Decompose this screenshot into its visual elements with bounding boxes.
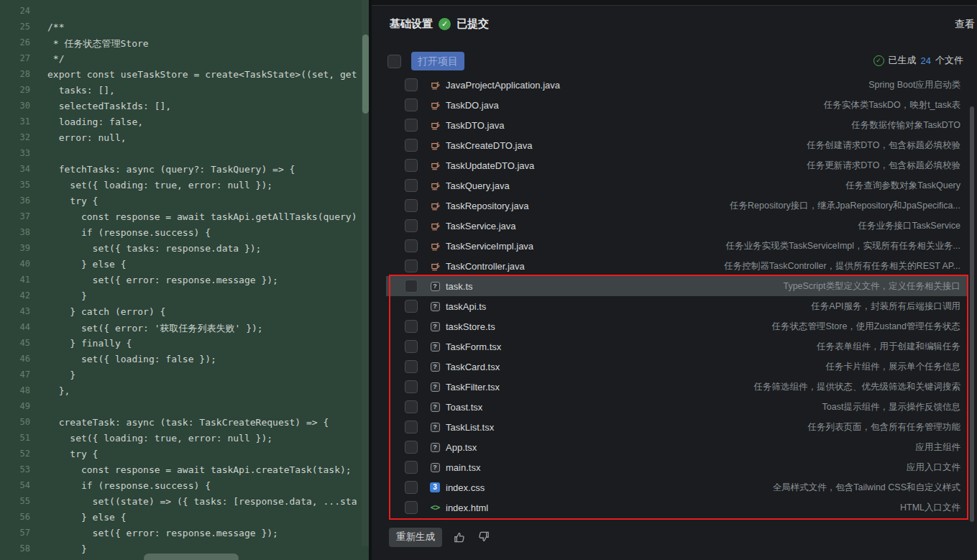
code-line: 30 selectedTaskIds: [], <box>0 101 371 116</box>
file-checkbox[interactable] <box>405 199 418 212</box>
file-row[interactable]: TaskRepository.java任务Repository接口，继承JpaR… <box>386 196 968 216</box>
code-text: } <box>47 369 75 385</box>
file-row[interactable]: JavaProjectApplication.javaSpring Boot应用… <box>386 75 968 95</box>
file-checkbox[interactable] <box>405 119 418 132</box>
java-file-icon <box>429 240 441 252</box>
file-checkbox[interactable] <box>405 501 418 514</box>
editor-horizontal-scrollbar-thumb[interactable] <box>144 554 239 560</box>
code-text: } <box>47 0 53 6</box>
file-row[interactable]: ?taskApi.ts任务API服务，封装所有后端接口调用 <box>386 296 968 316</box>
file-row[interactable]: TaskQuery.java任务查询参数对象TaskQuery <box>386 175 968 196</box>
code-line: 37 const response = await taskApi.getAll… <box>0 211 371 227</box>
file-row[interactable]: ?TaskList.tsx任务列表页面，包含所有任务管理功能 <box>386 417 968 437</box>
file-checkbox[interactable] <box>405 78 418 91</box>
file-checkbox[interactable] <box>405 340 418 353</box>
file-row[interactable]: 3index.css全局样式文件，包含Tailwind CSS和自定义样式 <box>386 477 968 497</box>
file-checkbox[interactable] <box>405 239 418 252</box>
code-line: 40 } else { <box>0 259 371 275</box>
file-checkbox[interactable] <box>405 300 418 313</box>
file-checkbox[interactable] <box>405 179 418 192</box>
code-text: const response = await taskApi.createTas… <box>47 464 352 480</box>
file-checkbox[interactable] <box>405 219 418 232</box>
java-file-icon <box>429 260 441 272</box>
line-number: 29 <box>0 85 30 101</box>
file-checkbox[interactable] <box>405 98 418 111</box>
file-row[interactable]: ?taskStore.ts任务状态管理Store，使用Zustand管理任务状态 <box>386 316 968 336</box>
file-name: TaskCreateDTO.java <box>446 140 532 151</box>
select-all-checkbox[interactable] <box>387 55 401 68</box>
code-line: 48 }, <box>0 385 371 401</box>
code-line: 47 } <box>0 369 371 385</box>
file-checkbox[interactable] <box>405 139 418 152</box>
line-number: 26 <box>0 37 30 53</box>
file-row[interactable]: TaskServiceImpl.java任务业务实现类TaskServiceIm… <box>386 236 968 256</box>
code-line: 54 if (response.success) { <box>0 480 371 496</box>
file-row[interactable]: TaskService.java任务业务接口TaskService <box>386 216 968 236</box>
code-line: 39 set({ tasks: response.data }); <box>0 243 371 259</box>
file-row[interactable]: ?Toast.tsxToast提示组件，显示操作反馈信息 <box>386 397 968 417</box>
unknown-file-icon: ? <box>429 462 441 473</box>
file-row[interactable]: <>index.htmlHTML入口文件 <box>386 497 968 518</box>
java-file-icon <box>429 200 441 211</box>
file-description: 任务筛选组件，提供状态、优先级筛选和关键词搜索 <box>754 381 968 393</box>
code-editor[interactable]: 23}2425/**26 * 任务状态管理Store27 */28export … <box>0 0 371 560</box>
code-line: 24 <box>0 6 371 22</box>
panel-vertical-scrollbar-thumb[interactable] <box>970 106 974 522</box>
thumbs-down-icon[interactable] <box>477 530 491 544</box>
file-checkbox[interactable] <box>405 481 418 494</box>
file-description: 任务Repository接口，继承JpaRepository和JpaSpecif… <box>730 200 968 212</box>
file-row[interactable]: ?TaskForm.tsx任务表单组件，用于创建和编辑任务 <box>386 336 968 357</box>
editor-vertical-scrollbar-thumb[interactable] <box>362 35 369 114</box>
view-link[interactable]: 查看 <box>955 18 975 31</box>
file-checkbox[interactable] <box>405 441 418 454</box>
file-row[interactable]: ?main.tsx应用入口文件 <box>386 457 968 477</box>
code-text: fetchTasks: async (query?: TaskQuery) =>… <box>47 164 295 180</box>
file-row[interactable]: ?TaskCard.tsx任务卡片组件，展示单个任务信息 <box>386 357 968 377</box>
generated-check-icon: ✓ <box>873 55 884 66</box>
code-text: set({ error: response.message }); <box>47 528 278 543</box>
file-checkbox[interactable] <box>405 280 418 293</box>
file-row[interactable]: ?App.tsx应用主组件 <box>386 437 968 457</box>
code-text: * 任务状态管理Store <box>47 37 149 53</box>
open-project-button[interactable]: 打开项目 <box>411 52 464 70</box>
panel-footer: 重新生成 <box>389 527 491 547</box>
file-name: TaskDO.java <box>446 100 499 111</box>
file-checkbox[interactable] <box>405 360 418 373</box>
file-description: TypeScript类型定义文件，定义任务相关接口 <box>783 280 968 293</box>
line-number: 56 <box>0 512 30 528</box>
code-line: 34 fetchTasks: async (query?: TaskQuery)… <box>0 164 371 180</box>
file-row[interactable]: TaskDTO.java任务数据传输对象TaskDTO <box>386 115 968 135</box>
file-checkbox[interactable] <box>405 159 418 172</box>
file-checkbox[interactable] <box>405 260 418 272</box>
file-row[interactable]: TaskController.java任务控制器TaskController，提… <box>386 256 968 276</box>
file-checkbox[interactable] <box>405 380 418 393</box>
code-line: 33 <box>0 148 371 164</box>
file-description: 任务API服务，封装所有后端接口调用 <box>811 300 968 313</box>
file-checkbox[interactable] <box>405 421 418 433</box>
file-row[interactable]: TaskUpdateDTO.java任务更新请求DTO，包含标题必填校验 <box>386 155 968 175</box>
file-row[interactable]: TaskCreateDTO.java任务创建请求DTO，包含标题必填校验 <box>386 135 968 155</box>
panel-top-border <box>372 0 977 6</box>
code-text: selectedTaskIds: [], <box>47 101 171 116</box>
file-name: Toast.tsx <box>446 402 482 413</box>
line-number: 40 <box>0 259 30 275</box>
line-number: 49 <box>0 401 30 417</box>
file-row[interactable]: ?task.tsTypeScript类型定义文件，定义任务相关接口 <box>386 276 968 296</box>
file-checkbox[interactable] <box>405 320 418 333</box>
code-text: try { <box>47 196 98 211</box>
file-description: 任务业务接口TaskService <box>858 220 968 232</box>
file-name: index.html <box>446 502 488 513</box>
line-number: 45 <box>0 338 30 354</box>
file-checkbox[interactable] <box>405 400 418 413</box>
file-row[interactable]: TaskDO.java任务实体类TaskDO，映射t_task表 <box>386 95 968 115</box>
code-text: if (response.success) { <box>47 227 211 243</box>
file-checkbox[interactable] <box>405 461 418 474</box>
code-text: } <box>47 290 87 306</box>
thumbs-up-icon[interactable] <box>452 530 467 544</box>
file-name: index.css <box>446 482 485 493</box>
code-line: 25/** <box>0 22 371 37</box>
regenerate-button[interactable]: 重新生成 <box>389 528 442 547</box>
panel-header: 基础设置 ✓ 已提交 <box>390 16 489 32</box>
file-row[interactable]: ?TaskFilter.tsx任务筛选组件，提供状态、优先级筛选和关键词搜索 <box>386 377 968 397</box>
code-text: error: null, <box>47 132 127 148</box>
